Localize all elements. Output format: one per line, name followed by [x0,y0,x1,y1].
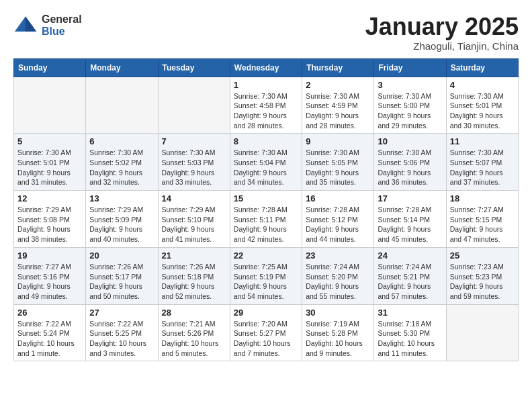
calendar-day-cell: 1Sunrise: 7:30 AMSunset: 4:58 PMDaylight… [230,77,302,134]
day-number: 5 [17,136,82,146]
calendar-day-cell: 31Sunrise: 7:18 AMSunset: 5:30 PMDayligh… [374,304,446,361]
day-info: Sunrise: 7:26 AMSunset: 5:17 PMDaylight:… [89,262,154,302]
day-number: 11 [450,136,515,146]
day-info: Sunrise: 7:27 AMSunset: 5:15 PMDaylight:… [450,205,515,244]
calendar-day-cell: 4Sunrise: 7:30 AMSunset: 5:01 PMDaylight… [446,77,518,134]
day-info: Sunrise: 7:26 AMSunset: 5:18 PMDaylight:… [162,262,226,302]
calendar-day-cell: 12Sunrise: 7:29 AMSunset: 5:08 PMDayligh… [14,191,86,248]
day-header-saturday: Saturday [446,58,518,77]
calendar-day-cell: 7Sunrise: 7:30 AMSunset: 5:03 PMDaylight… [158,134,230,191]
day-info: Sunrise: 7:21 AMSunset: 5:26 PMDaylight:… [162,319,226,359]
day-header-wednesday: Wednesday [230,58,302,77]
day-number: 19 [17,250,82,261]
day-number: 28 [162,308,226,318]
day-info: Sunrise: 7:30 AMSunset: 5:06 PMDaylight:… [378,148,442,187]
day-number: 14 [162,193,226,203]
day-header-tuesday: Tuesday [158,58,230,77]
day-info: Sunrise: 7:22 AMSunset: 5:24 PMDaylight:… [17,319,82,359]
day-number: 6 [89,136,154,146]
day-number: 17 [378,193,442,203]
day-header-thursday: Thursday [302,58,374,77]
day-number: 15 [234,193,298,203]
calendar-day-cell: 5Sunrise: 7:30 AMSunset: 5:01 PMDaylight… [14,134,86,191]
day-info: Sunrise: 7:30 AMSunset: 5:04 PMDaylight:… [234,148,298,187]
calendar-day-cell: 28Sunrise: 7:21 AMSunset: 5:26 PMDayligh… [158,304,230,361]
day-number: 7 [162,136,226,146]
logo-blue-text: Blue [42,26,82,38]
day-number: 9 [306,136,370,146]
calendar-day-cell: 23Sunrise: 7:24 AMSunset: 5:20 PMDayligh… [302,247,374,304]
day-number: 16 [306,193,370,203]
day-number: 1 [234,80,298,90]
day-info: Sunrise: 7:28 AMSunset: 5:12 PMDaylight:… [306,205,370,244]
day-header-sunday: Sunday [14,58,86,77]
day-number: 26 [17,308,82,318]
calendar-week-row: 26Sunrise: 7:22 AMSunset: 5:24 PMDayligh… [14,304,519,361]
day-number: 22 [234,250,298,261]
calendar-day-cell: 20Sunrise: 7:26 AMSunset: 5:17 PMDayligh… [86,247,158,304]
calendar-day-cell: 27Sunrise: 7:22 AMSunset: 5:25 PMDayligh… [86,304,158,361]
day-info: Sunrise: 7:28 AMSunset: 5:14 PMDaylight:… [378,205,442,244]
day-info: Sunrise: 7:30 AMSunset: 5:05 PMDaylight:… [306,148,370,187]
day-info: Sunrise: 7:28 AMSunset: 5:11 PMDaylight:… [234,205,298,244]
day-number: 21 [162,250,226,261]
day-number: 30 [306,308,370,318]
day-number: 24 [378,250,442,261]
calendar-day-cell: 6Sunrise: 7:30 AMSunset: 5:02 PMDaylight… [86,134,158,191]
calendar-day-cell: 30Sunrise: 7:19 AMSunset: 5:28 PMDayligh… [302,304,374,361]
day-info: Sunrise: 7:30 AMSunset: 4:58 PMDaylight:… [234,91,298,131]
calendar-day-cell: 17Sunrise: 7:28 AMSunset: 5:14 PMDayligh… [374,191,446,248]
day-number: 12 [17,193,82,203]
day-info: Sunrise: 7:29 AMSunset: 5:10 PMDaylight:… [162,205,226,244]
day-info: Sunrise: 7:24 AMSunset: 5:21 PMDaylight:… [378,262,442,302]
calendar-header-row: SundayMondayTuesdayWednesdayThursdayFrid… [14,58,519,77]
day-info: Sunrise: 7:29 AMSunset: 5:08 PMDaylight:… [17,205,82,244]
day-number: 18 [450,193,515,203]
calendar-day-cell: 26Sunrise: 7:22 AMSunset: 5:24 PMDayligh… [14,304,86,361]
calendar-day-cell [446,304,518,361]
logo-general-text: General [42,13,82,26]
day-info: Sunrise: 7:23 AMSunset: 5:23 PMDaylight:… [450,262,515,302]
day-info: Sunrise: 7:20 AMSunset: 5:27 PMDaylight:… [234,319,298,359]
day-number: 27 [89,308,154,318]
calendar-day-cell: 15Sunrise: 7:28 AMSunset: 5:11 PMDayligh… [230,191,302,248]
calendar-day-cell: 10Sunrise: 7:30 AMSunset: 5:06 PMDayligh… [374,134,446,191]
calendar-day-cell [158,77,230,134]
calendar-day-cell: 16Sunrise: 7:28 AMSunset: 5:12 PMDayligh… [302,191,374,248]
day-number: 25 [450,250,515,261]
calendar-week-row: 12Sunrise: 7:29 AMSunset: 5:08 PMDayligh… [14,191,519,248]
day-info: Sunrise: 7:22 AMSunset: 5:25 PMDaylight:… [89,319,154,359]
day-info: Sunrise: 7:19 AMSunset: 5:28 PMDaylight:… [306,319,370,359]
day-info: Sunrise: 7:30 AMSunset: 4:59 PMDaylight:… [306,91,370,131]
calendar-day-cell: 3Sunrise: 7:30 AMSunset: 5:00 PMDaylight… [374,77,446,134]
calendar-week-row: 19Sunrise: 7:27 AMSunset: 5:16 PMDayligh… [14,247,519,304]
day-number: 8 [234,136,298,146]
logo: General Blue [13,13,82,38]
day-number: 4 [450,80,515,90]
day-info: Sunrise: 7:25 AMSunset: 5:19 PMDaylight:… [234,262,298,302]
day-info: Sunrise: 7:30 AMSunset: 5:00 PMDaylight:… [378,91,442,131]
month-title: January 2025 [365,13,519,40]
day-number: 23 [306,250,370,261]
calendar-day-cell [14,77,86,134]
location-subtitle: Zhaoguli, Tianjin, China [365,40,519,52]
calendar-day-cell: 11Sunrise: 7:30 AMSunset: 5:07 PMDayligh… [446,134,518,191]
day-info: Sunrise: 7:29 AMSunset: 5:09 PMDaylight:… [89,205,154,244]
title-area: January 2025 Zhaoguli, Tianjin, China [365,13,519,52]
calendar-day-cell [86,77,158,134]
day-number: 2 [306,80,370,90]
day-number: 13 [89,193,154,203]
day-number: 20 [89,250,154,261]
day-number: 29 [234,308,298,318]
calendar-week-row: 5Sunrise: 7:30 AMSunset: 5:01 PMDaylight… [14,134,519,191]
calendar-week-row: 1Sunrise: 7:30 AMSunset: 4:58 PMDaylight… [14,77,519,134]
day-info: Sunrise: 7:30 AMSunset: 5:03 PMDaylight:… [162,148,226,187]
calendar-day-cell: 18Sunrise: 7:27 AMSunset: 5:15 PMDayligh… [446,191,518,248]
day-info: Sunrise: 7:27 AMSunset: 5:16 PMDaylight:… [17,262,82,302]
day-info: Sunrise: 7:30 AMSunset: 5:01 PMDaylight:… [450,91,515,131]
header: General Blue January 2025 Zhaoguli, Tian… [13,13,519,52]
day-info: Sunrise: 7:18 AMSunset: 5:30 PMDaylight:… [378,319,442,359]
day-info: Sunrise: 7:30 AMSunset: 5:07 PMDaylight:… [450,148,515,187]
calendar-day-cell: 9Sunrise: 7:30 AMSunset: 5:05 PMDaylight… [302,134,374,191]
logo-icon [13,13,38,38]
